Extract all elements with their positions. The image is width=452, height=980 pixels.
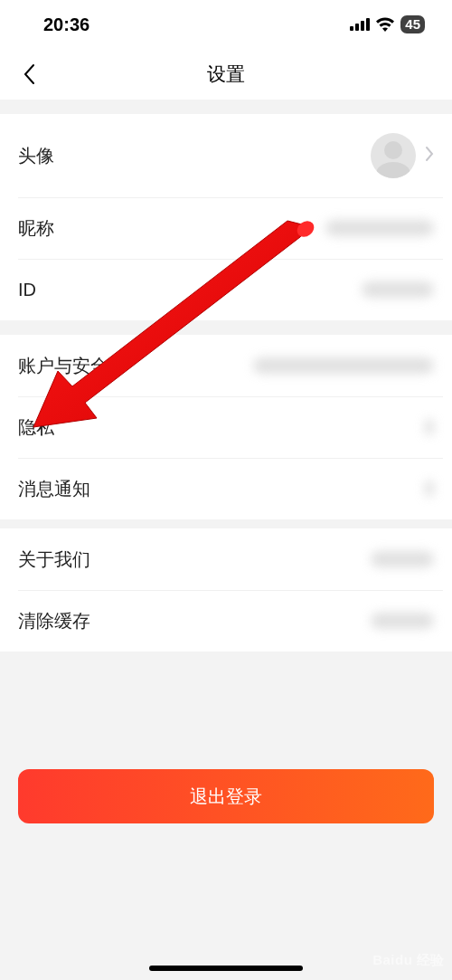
nickname-row[interactable]: 昵称: [0, 197, 452, 259]
page-header: 设置: [0, 49, 452, 100]
home-indicator: [149, 966, 303, 971]
id-value: [362, 281, 434, 298]
back-button[interactable]: [11, 49, 47, 100]
privacy-row[interactable]: 隐私: [0, 396, 452, 458]
wifi-icon: [375, 17, 395, 32]
nickname-value: [325, 220, 434, 236]
notifications-value: [425, 480, 434, 497]
chevron-right-icon: [425, 146, 434, 166]
section-profile: 头像 昵称 ID: [0, 114, 452, 320]
clear-cache-label: 清除缓存: [18, 609, 90, 633]
page-title: 设置: [207, 62, 245, 87]
clear-cache-value: [371, 613, 434, 629]
status-bar: 20:36 45: [0, 0, 452, 49]
about-row[interactable]: 关于我们: [0, 528, 452, 590]
section-settings: 账户与安全 隐私 消息通知: [0, 335, 452, 519]
notifications-row[interactable]: 消息通知: [0, 458, 452, 519]
battery-icon: 45: [400, 15, 425, 33]
notifications-label: 消息通知: [18, 477, 90, 501]
chevron-left-icon: [23, 63, 35, 85]
logout-container: 退出登录: [18, 769, 434, 823]
privacy-value: [425, 419, 434, 435]
avatar-icon: [371, 133, 416, 178]
avatar-row[interactable]: 头像: [0, 114, 452, 197]
account-security-value: [253, 357, 434, 374]
id-label: ID: [18, 280, 36, 300]
svg-rect-2: [361, 21, 364, 31]
cellular-icon: [350, 18, 370, 31]
section-app: 关于我们 清除缓存: [0, 528, 452, 652]
svg-rect-1: [355, 24, 359, 31]
section-gap: [0, 519, 452, 528]
id-row[interactable]: ID: [0, 259, 452, 320]
about-value: [371, 551, 434, 567]
section-gap: [0, 320, 452, 335]
privacy-label: 隐私: [18, 415, 54, 440]
section-gap: [0, 100, 452, 114]
watermark: Baidu 经验: [372, 952, 445, 969]
account-security-row[interactable]: 账户与安全: [0, 335, 452, 396]
status-icons: 45: [350, 15, 425, 33]
clear-cache-row[interactable]: 清除缓存: [0, 590, 452, 652]
svg-rect-3: [366, 18, 370, 31]
logout-button[interactable]: 退出登录: [18, 769, 434, 823]
svg-rect-0: [350, 26, 353, 31]
about-label: 关于我们: [18, 547, 90, 572]
account-security-label: 账户与安全: [18, 354, 108, 378]
avatar-label: 头像: [18, 144, 54, 168]
status-time: 20:36: [43, 14, 89, 35]
nickname-label: 昵称: [18, 216, 54, 241]
